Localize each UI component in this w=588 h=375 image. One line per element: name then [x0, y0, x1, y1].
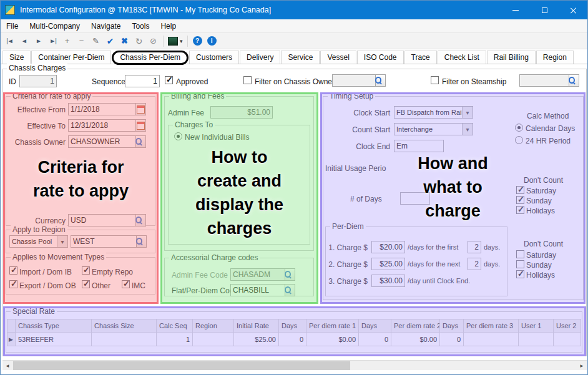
filter-steamship-label[interactable]: Filter on Steamship [442, 77, 506, 86]
dont-count-top-saturday-label[interactable]: Saturday [526, 187, 556, 195]
scroll-left-icon[interactable]: ◄ [2, 361, 12, 371]
export-dom-ob-label[interactable]: Export / Dom OB [19, 281, 76, 290]
col-days-2[interactable]: Days [359, 319, 391, 333]
menu-navigate[interactable]: Navigate [86, 19, 126, 32]
delete-record-icon[interactable]: − [75, 35, 88, 47]
dont-count-top-holidays-label[interactable]: Holidays [526, 207, 555, 215]
empty-repo-label[interactable]: Empty Repo [92, 268, 133, 276]
first-record-icon[interactable]: |◄ [3, 35, 16, 47]
imc-label[interactable]: IMC [132, 281, 145, 290]
export-dom-ob-checkbox[interactable] [9, 280, 17, 288]
next-record-icon[interactable]: ► [32, 35, 45, 47]
charge2-days-field[interactable]: 2 [468, 258, 481, 270]
currency-lookup-button[interactable] [135, 214, 146, 226]
dont-count-top-sunday-label[interactable]: Sunday [526, 197, 552, 205]
effective-to-field[interactable]: 12/31/2018 [68, 119, 136, 132]
approved-label[interactable]: Approved [176, 77, 208, 86]
tab-vessel[interactable]: Vessel [320, 51, 356, 64]
horizontal-scrollbar[interactable]: ◄ ► [2, 360, 587, 370]
dont-count-bottom-holidays-label[interactable]: Holidays [526, 271, 555, 280]
admin-fee-field[interactable]: $51.00 [210, 106, 273, 119]
close-button[interactable] [559, 1, 587, 19]
col-days-1[interactable]: Days [279, 319, 306, 333]
filter-chassis-owner-checkbox[interactable] [243, 76, 252, 84]
add-record-icon[interactable]: + [61, 35, 74, 47]
tab-region[interactable]: Region [536, 51, 574, 64]
empty-repo-checkbox[interactable] [82, 266, 90, 275]
charge1-days-field[interactable]: 2 [468, 241, 481, 253]
refresh-icon[interactable]: ↻ [132, 35, 145, 47]
filter-steamship-field[interactable] [519, 74, 569, 87]
col-user-1[interactable]: User 1 [519, 319, 554, 333]
new-individual-bills-label[interactable]: New Individual Bills [185, 133, 249, 142]
reports-button[interactable]: ▾ [167, 35, 184, 47]
dont-count-bottom-holidays-checkbox[interactable] [516, 270, 524, 278]
col-per-diem-rate-1[interactable]: Per diem rate 1 [306, 319, 359, 333]
import-dom-ib-checkbox[interactable] [9, 266, 17, 275]
dont-count-top-saturday-checkbox[interactable] [516, 186, 524, 194]
menu-tools[interactable]: Tools [126, 19, 155, 32]
charge3-amount-field[interactable]: $30.00 [371, 275, 405, 287]
24hr-period-label[interactable]: 24 HR Period [526, 137, 571, 145]
cancel-icon[interactable]: ✖ [118, 35, 131, 47]
scrollbar-thumb[interactable] [13, 361, 350, 370]
dont-count-bottom-saturday-label[interactable]: Saturday [526, 251, 556, 260]
calendar-days-label[interactable]: Calendar Days [526, 124, 575, 133]
tab-trace[interactable]: Trace [404, 51, 437, 64]
table-row[interactable]: ▶ 53REEFER 1 $25.00 0 $0.00 0 $0.00 0 [7, 333, 581, 346]
minimize-button[interactable] [501, 1, 530, 19]
menu-file[interactable]: File [1, 19, 24, 32]
region-lookup-button[interactable] [136, 235, 147, 248]
admin-fee-code-field[interactable]: CHASADM [230, 268, 285, 281]
filter-chassis-owner-field[interactable] [332, 74, 376, 87]
previous-record-icon[interactable]: ◄ [17, 35, 31, 47]
charge1-amount-field[interactable]: $20.00 [371, 241, 405, 253]
dont-count-bottom-sunday-checkbox[interactable] [516, 260, 524, 268]
col-per-diem-rate-3[interactable]: Per diem rate 3 [464, 319, 519, 333]
col-days-3[interactable]: Days [440, 319, 464, 333]
region-field[interactable]: WEST [71, 235, 137, 248]
col-chassis-type[interactable]: Chassis Type [16, 319, 92, 333]
imc-checkbox[interactable] [122, 280, 130, 288]
flat-per-diem-code-field[interactable]: CHASBILL [230, 284, 285, 296]
tab-container-per-diem[interactable]: Container Per-Diem [31, 51, 111, 64]
chassis-owner-field[interactable]: CHASOWNER [68, 135, 136, 148]
col-chassis-size[interactable]: Chassis Size [92, 319, 157, 333]
tab-service[interactable]: Service [281, 51, 320, 64]
filter-chassis-owner-lookup-button[interactable] [375, 74, 386, 87]
sequence-field[interactable]: 1 [125, 75, 160, 87]
last-record-icon[interactable]: ►| [46, 35, 59, 47]
effective-from-calendar-icon[interactable] [135, 103, 146, 115]
col-calc-seq[interactable]: Calc Seq [157, 319, 193, 333]
tab-customers[interactable]: Customers [189, 51, 239, 64]
filter-steamship-checkbox[interactable] [431, 76, 439, 84]
24hr-period-radio[interactable] [515, 136, 523, 144]
other-label[interactable]: Other [92, 281, 110, 290]
col-region[interactable]: Region [193, 319, 234, 333]
tab-check-list[interactable]: Check List [438, 51, 486, 64]
clock-start-dropdown[interactable]: FB Dispatch from Rail Yard [394, 106, 473, 119]
effective-to-calendar-icon[interactable] [135, 119, 146, 132]
dont-count-top-sunday-checkbox[interactable] [516, 196, 524, 204]
calendar-days-radio[interactable] [515, 124, 523, 132]
reports-dropdown-icon[interactable]: ▾ [180, 38, 183, 44]
scroll-right-icon[interactable]: ► [577, 361, 587, 371]
chassis-pool-dropdown[interactable]: Chassis Pool [9, 235, 68, 248]
abort-icon[interactable]: ⊘ [147, 35, 160, 47]
save-icon[interactable]: ✔ [104, 35, 117, 47]
maximize-button[interactable] [530, 1, 559, 19]
tab-delivery[interactable]: Delivery [240, 51, 280, 64]
col-initial-rate[interactable]: Initial Rate [234, 319, 279, 333]
flat-per-diem-code-lookup-button[interactable] [285, 284, 295, 296]
chassis-owner-lookup-button[interactable] [135, 135, 146, 148]
edit-record-icon[interactable]: ✎ [89, 35, 102, 47]
charge2-amount-field[interactable]: $25.00 [371, 258, 405, 270]
dont-count-bottom-saturday-checkbox[interactable] [516, 250, 524, 258]
count-start-dropdown[interactable]: Interchange [394, 123, 473, 135]
tab-size[interactable]: Size [2, 51, 31, 64]
num-days-field[interactable] [400, 192, 430, 205]
info-button[interactable]: i [205, 35, 218, 47]
filter-steamship-lookup-button[interactable] [569, 74, 579, 87]
id-field[interactable]: 1 [19, 75, 57, 87]
effective-from-field[interactable]: 1/1/2018 [68, 103, 136, 115]
